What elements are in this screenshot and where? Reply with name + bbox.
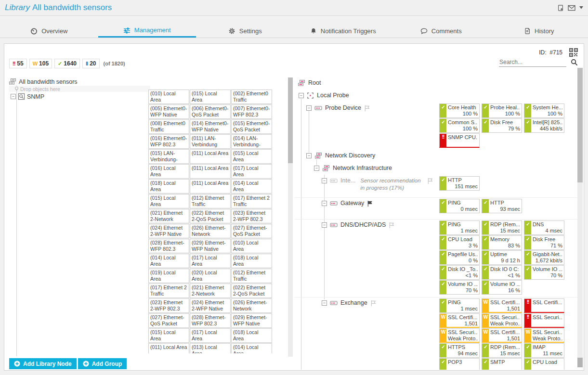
status-badge-down[interactable]: !!55 <box>9 59 27 68</box>
sensor-tile[interactable]: WSSL Securi...Weak Proto... <box>524 328 564 343</box>
sensor-tile[interactable]: ✓SMTP <box>482 358 522 370</box>
library-sensor-tile[interactable]: (026) Ethernet-Network <box>231 298 272 313</box>
library-sensor-tile[interactable]: (017) Ethernet 2 Traffic <box>231 194 272 208</box>
sensor-tile[interactable]: ✓Gigabit-Net...1,672 kbit/s <box>524 250 564 265</box>
expand-toggle[interactable]: − <box>322 222 327 228</box>
search-input[interactable] <box>499 58 566 67</box>
sensor-tile[interactable]: WSSL Securi...Weak Proto... <box>439 328 480 343</box>
library-sensor-tile[interactable]: (016) Ethernet0-WFP 802.3 <box>148 134 189 149</box>
tree-node-label[interactable]: Network Infrastructure <box>333 165 392 171</box>
library-sensor-tile[interactable]: (002) Ethernet0 Traffic <box>231 90 272 104</box>
flag-filled-icon[interactable] <box>367 200 373 207</box>
expand-toggle[interactable]: − <box>322 178 327 183</box>
tree-node-label[interactable]: Local Probe <box>317 92 349 99</box>
sensor-tile[interactable]: ✓POP3 <box>439 358 480 370</box>
expand-toggle[interactable]: − <box>322 300 327 306</box>
tab-history[interactable]: History <box>490 24 588 38</box>
library-sensor-tile[interactable]: (011) Local Area <box>190 164 231 179</box>
library-sensor-tile[interactable]: (015) Ethernet0-QoS Packet <box>231 119 272 134</box>
qr-code-icon[interactable] <box>569 48 578 57</box>
sensor-tile[interactable]: ✓System He...100 % <box>524 103 564 118</box>
sensor-tile[interactable]: WSSL Certifi...1,501 <box>482 328 522 343</box>
sensor-tile[interactable]: ✓Volume IO ...16 % <box>482 280 522 295</box>
sensor-tile[interactable]: ✓DNS4 msec <box>524 220 564 235</box>
sensor-tile[interactable]: !!SNMP CPU... <box>439 133 480 148</box>
tree-node-label[interactable]: Inte... <box>340 177 355 184</box>
library-sensor-tile[interactable]: (029) Ethernet-WFP Native <box>190 239 231 253</box>
sensor-tile[interactable]: ✓PING1 msec <box>439 298 480 313</box>
sensor-tile[interactable]: ✓Disk Free71 % <box>524 235 564 250</box>
flag-outline-icon[interactable] <box>389 222 395 229</box>
sensor-tile[interactable]: ✓Memory83 % <box>482 235 522 250</box>
caret-down-icon[interactable] <box>579 6 583 9</box>
library-sensor-tile[interactable]: (029) Ethernet-WFP Native <box>231 313 272 328</box>
library-sensor-tile[interactable]: (021) Ethernet 2-Network <box>190 284 231 298</box>
library-sensor-tile[interactable]: (014) Local Area <box>148 254 189 268</box>
library-sensor-tile[interactable]: (028) Ethernet-WFP 802.3 <box>190 313 231 328</box>
library-sensor-tile[interactable]: (027) Ethernet-QoS Packet <box>231 224 272 238</box>
library-sensor-tile[interactable]: (011) Local Area <box>190 149 231 164</box>
sensor-tile[interactable]: ✓Volume IO ...70 % <box>439 280 480 295</box>
library-sensor-tile[interactable]: (028) Ethernet-WFP 802.3 <box>148 239 189 253</box>
sensor-tile[interactable]: ✓Uptime9 d 12 h <box>482 250 522 265</box>
library-sensor-tile[interactable]: (026) Ethernet-Network <box>190 224 231 238</box>
library-sensor-tile[interactable]: (018) Local Area <box>148 179 189 194</box>
status-badge-warning[interactable]: W105 <box>29 59 52 68</box>
library-sensor-tile[interactable]: (022) Ethernet 2-QoS Packet <box>190 209 231 223</box>
library-sensor-tile[interactable]: (006) Ethernet0-QoS Packet <box>190 104 231 119</box>
tree-node-label[interactable]: Root <box>308 79 321 86</box>
tab-notification-triggers[interactable]: Notification Triggers <box>294 24 392 38</box>
sensor-tile[interactable]: ✓Pagefile Us...0 % <box>439 250 480 265</box>
sensor-tile[interactable]: ✓Probe Heal...100 % <box>482 103 522 118</box>
library-sensor-tile[interactable]: (005) Ethernet0-WFP Native <box>148 104 189 119</box>
expand-toggle[interactable]: − <box>299 93 304 98</box>
library-root-node[interactable]: All bandwidth sensors <box>9 78 288 85</box>
sensor-tile[interactable]: ✓Core Health100 % <box>439 103 480 118</box>
tab-settings[interactable]: Settings <box>196 24 294 38</box>
sensor-tile[interactable]: ✓HTTPS94 msec <box>439 343 480 358</box>
library-sensor-tile[interactable]: (018) Local Area <box>231 254 272 268</box>
sensor-tile[interactable]: ✓RDP (Rem...15 msec <box>482 343 522 358</box>
sensor-tile[interactable]: ✓Disk Free79 % <box>482 118 522 133</box>
tab-comments[interactable]: Comments <box>392 24 490 38</box>
library-sensor-tile[interactable]: (017) Local Area <box>231 164 272 179</box>
add-library-node-button[interactable]: Add Library Node <box>9 358 77 369</box>
library-sensor-tile[interactable]: (014) LAN-Verbindung-QoS <box>231 134 272 149</box>
library-sensor-tile[interactable]: (015) Local Area <box>148 328 189 343</box>
tree-node-label[interactable]: Probe Device <box>325 104 361 111</box>
sensor-tile[interactable]: ✓Common S...100 % <box>439 118 480 133</box>
sensor-tile[interactable]: ✓Intel[R] 825...445 kbit/s <box>524 118 564 133</box>
library-sensor-tile[interactable]: (017) Ethernet 2 Traffic <box>148 284 189 298</box>
library-sensor-tile[interactable]: (011) LAN-Verbindung <box>190 134 231 149</box>
library-sensor-tile[interactable]: (023) Ethernet 2-WFP 802.3 <box>148 298 189 313</box>
flag-outline-icon[interactable] <box>370 300 377 307</box>
expand-toggle[interactable]: − <box>322 201 327 206</box>
library-sensor-tile[interactable]: (015) LAN-Verbindung- <box>148 149 189 164</box>
library-sensor-tile[interactable]: (012) Ethernet Traffic <box>190 194 231 208</box>
library-sensor-tile[interactable]: (007) Ethernet0-WFP 802.3 <box>231 104 272 119</box>
library-sensor-tile[interactable]: (027) Ethernet-QoS Packet <box>148 313 189 328</box>
tree-node-label[interactable]: Network Discovery <box>325 152 375 159</box>
library-sensor-tile[interactable]: (023) Ethernet 2-WFP 802.3 <box>231 209 272 223</box>
report-icon[interactable] <box>557 4 564 12</box>
search-icon[interactable] <box>571 59 578 66</box>
sensor-tile[interactable]: ✓Volume IO ...70 % <box>524 265 564 280</box>
scrollbar-thumb[interactable] <box>288 78 293 163</box>
sensor-tile[interactable]: WSSL Certifi...1,501 <box>482 298 522 313</box>
sensor-tile[interactable]: ✓RDP (Rem...15 msec <box>482 220 522 235</box>
tree-node-label[interactable]: Gateway <box>340 200 364 207</box>
library-sensor-tile[interactable]: (014) Ethernet0-WFP Native <box>190 119 231 134</box>
expand-toggle[interactable]: − <box>314 166 319 171</box>
library-sensor-tile[interactable]: (024) Ethernet 2-WFP Native <box>148 224 189 238</box>
sensor-tile[interactable]: ✓CPU Load3 % <box>439 235 480 250</box>
expand-toggle[interactable]: − <box>306 153 312 158</box>
library-sensor-tile[interactable]: (022) Ethernet 2-QoS Packet <box>231 284 272 298</box>
library-sensor-tile[interactable]: (017) Local Area <box>190 328 231 343</box>
sensor-tile[interactable]: ✓Disk IO 0 C:<1 % <box>482 265 522 280</box>
library-sensor-tile[interactable]: (008) Ethernet0 Traffic <box>148 119 189 134</box>
library-sensor-tile[interactable]: (019) Local Area <box>148 269 189 283</box>
sensor-tile[interactable]: ✓Disk IO _To...<1 % <box>439 265 480 280</box>
sensor-tile[interactable]: WSSL Certifi...1,501 <box>439 313 480 328</box>
library-sensor-tile[interactable]: (013) Local Area <box>190 343 231 353</box>
flag-outline-icon[interactable] <box>427 178 433 184</box>
